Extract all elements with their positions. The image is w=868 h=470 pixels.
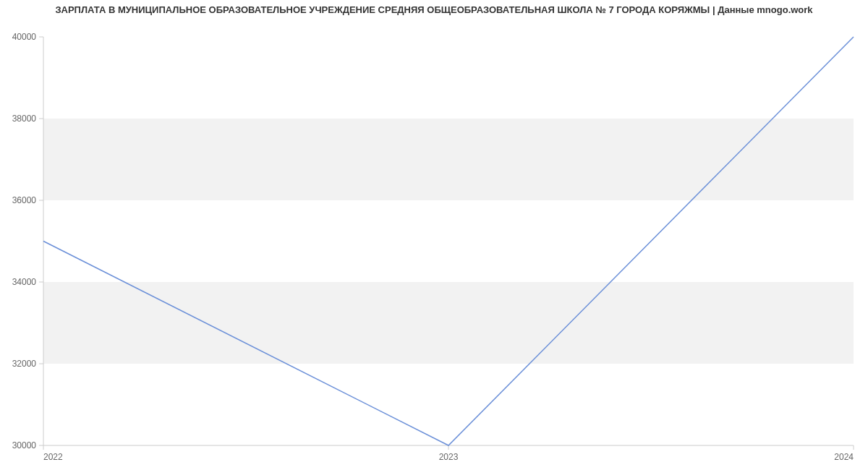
chart-svg: 3000032000340003600038000400002022202320… — [0, 15, 868, 463]
y-tick-label: 34000 — [12, 277, 37, 287]
chart-title: ЗАРПЛАТА В МУНИЦИПАЛЬНОЕ ОБРАЗОВАТЕЛЬНОЕ… — [0, 0, 868, 15]
y-tick-label: 36000 — [12, 195, 37, 205]
y-tick-label: 32000 — [12, 359, 37, 369]
y-tick-label: 38000 — [12, 114, 37, 124]
y-tick-label: 40000 — [12, 32, 37, 42]
chart-area: 3000032000340003600038000400002022202320… — [0, 15, 868, 470]
x-tick-label: 2024 — [834, 452, 854, 462]
x-tick-label: 2023 — [439, 452, 459, 462]
data-line — [43, 37, 854, 445]
grid-band — [43, 282, 854, 364]
x-tick-label: 2022 — [43, 452, 63, 462]
y-tick-label: 30000 — [12, 440, 37, 450]
